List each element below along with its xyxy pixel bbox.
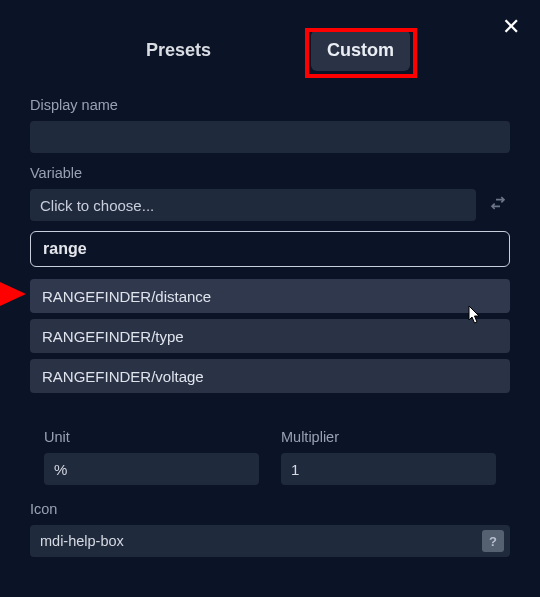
tab-bar: Presets Custom — [0, 0, 540, 81]
form-content: Display name Variable Click to choose...… — [0, 81, 540, 571]
swap-icon[interactable] — [486, 191, 510, 219]
variable-select-placeholder: Click to choose... — [40, 197, 154, 214]
variable-option[interactable]: RANGEFINDER/type — [30, 319, 510, 353]
unit-label: Unit — [44, 429, 259, 445]
display-name-input[interactable] — [30, 121, 510, 153]
multiplier-input[interactable] — [281, 453, 496, 485]
tab-presets[interactable]: Presets — [130, 30, 227, 71]
variable-options-list: RANGEFINDER/distance RANGEFINDER/type RA… — [30, 279, 510, 405]
variable-option-label: RANGEFINDER/distance — [42, 288, 211, 305]
unit-input[interactable] — [44, 453, 259, 485]
pointer-annotation — [0, 282, 26, 306]
tab-custom[interactable]: Custom — [311, 30, 410, 71]
icon-input[interactable] — [30, 525, 510, 557]
variable-option[interactable]: RANGEFINDER/distance — [30, 279, 510, 313]
variable-option[interactable]: RANGEFINDER/voltage — [30, 359, 510, 393]
help-icon[interactable]: ? — [482, 530, 504, 552]
multiplier-label: Multiplier — [281, 429, 496, 445]
variable-label: Variable — [30, 165, 510, 181]
icon-label: Icon — [30, 501, 510, 517]
variable-select[interactable]: Click to choose... — [30, 189, 476, 221]
variable-option-label: RANGEFINDER/voltage — [42, 368, 204, 385]
variable-option-label: RANGEFINDER/type — [42, 328, 184, 345]
display-name-label: Display name — [30, 97, 510, 113]
variable-search-input[interactable] — [30, 231, 510, 267]
